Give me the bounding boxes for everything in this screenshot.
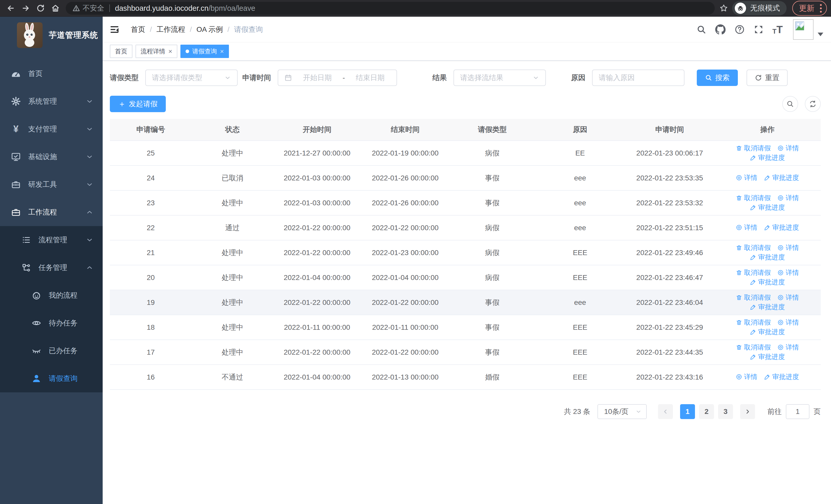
tag-home[interactable]: 首页 (110, 45, 133, 58)
refresh-button[interactable] (805, 96, 821, 112)
reason-input[interactable]: 请输入原因 (592, 69, 684, 86)
browser-menu-icon[interactable] (820, 4, 822, 12)
sidebar-item-my-process[interactable]: 我的流程 (0, 281, 103, 309)
breadcrumb-item[interactable]: 首页 (131, 25, 145, 34)
progress-link[interactable]: 审批进度 (750, 153, 785, 162)
detail-link[interactable]: 详情 (777, 243, 799, 252)
close-icon[interactable]: × (220, 48, 224, 55)
cell-operations: 详情审批进度 (714, 215, 821, 240)
leave-table: 申请编号 状态 开始时间 结束时间 请假类型 原因 申请时间 操作 25处理中2… (110, 119, 821, 390)
progress-link[interactable]: 审批进度 (764, 223, 799, 232)
prev-page-button[interactable] (658, 404, 673, 419)
progress-link[interactable]: 审批进度 (750, 278, 785, 287)
table-row: 23处理中2022-01-03 00:00:002022-01-26 00:00… (110, 190, 821, 215)
tag-leave-query[interactable]: 请假查询 × (180, 45, 229, 58)
sidebar-item-done-tasks[interactable]: 已办任务 (0, 337, 103, 365)
cell-start: 2022-01-22 00:00:00 (273, 240, 361, 265)
detail-link[interactable]: 详情 (777, 343, 799, 352)
header-search-icon[interactable] (696, 25, 706, 34)
page-button-3[interactable]: 3 (718, 404, 733, 419)
detail-link[interactable]: 详情 (736, 173, 757, 182)
navbar: 首页 / 工作流程 / OA 示例 / 请假查询 (103, 17, 831, 42)
reset-button[interactable]: 重置 (747, 69, 787, 86)
toggle-search-button[interactable] (782, 96, 798, 112)
detail-link[interactable]: 详情 (736, 223, 757, 232)
cell-start: 2022-01-22 00:00:00 (273, 290, 361, 315)
bookmark-star-icon[interactable] (719, 4, 728, 12)
progress-link[interactable]: 审批进度 (750, 352, 785, 361)
browser-update-button[interactable]: 更新 (792, 1, 827, 16)
sidebar-item-home[interactable]: 首页 (0, 60, 103, 88)
table-row: 19处理中2022-01-22 00:00:002022-01-22 00:00… (110, 290, 821, 315)
apply-time-range-picker[interactable]: 开始日期 - 结束日期 (278, 69, 397, 86)
cancel-leave-link[interactable]: 取消请假 (736, 194, 771, 203)
close-icon[interactable]: × (168, 48, 172, 55)
sidebar-collapse-icon[interactable] (109, 24, 120, 35)
sidebar-item-infrastructure[interactable]: 基础设施 (0, 143, 103, 171)
logo[interactable]: 芋道管理系统 (0, 17, 103, 53)
detail-link[interactable]: 详情 (777, 293, 799, 302)
cell-reason: eee (535, 215, 625, 240)
sidebar-item-devtools[interactable]: 研发工具 (0, 171, 103, 198)
sidebar-item-todo-tasks[interactable]: 待办任务 (0, 309, 103, 337)
view-icon (777, 294, 784, 301)
font-size-icon[interactable]: TT (773, 24, 783, 35)
sidebar-item-leave-query[interactable]: 请假查询 (0, 365, 103, 392)
cell-reason: eee (535, 166, 625, 190)
sidebar-item-system[interactable]: 系统管理 (0, 88, 103, 115)
breadcrumb-item[interactable]: OA 示例 (197, 25, 223, 34)
leave-type-select[interactable]: 请选择请假类型 (145, 69, 238, 86)
progress-link[interactable]: 审批进度 (750, 302, 785, 312)
create-leave-button[interactable]: ＋ 发起请假 (110, 96, 166, 112)
page-button-1[interactable]: 1 (680, 404, 695, 419)
browser-forward-icon[interactable] (19, 2, 32, 15)
cancel-leave-link[interactable]: 取消请假 (736, 318, 771, 327)
help-icon[interactable] (735, 24, 745, 35)
result-select[interactable]: 请选择流结果 (454, 69, 546, 86)
browser-reload-icon[interactable] (34, 2, 47, 15)
cancel-leave-link[interactable]: 取消请假 (736, 343, 771, 352)
cell-end: 2022-01-04 00:00:00 (361, 265, 450, 290)
cancel-leave-link[interactable]: 取消请假 (736, 268, 771, 277)
calendar-icon (284, 74, 292, 82)
cancel-leave-link[interactable]: 取消请假 (736, 293, 771, 302)
browser-back-icon[interactable] (4, 2, 18, 15)
user-menu[interactable] (793, 19, 823, 40)
detail-link[interactable]: 详情 (736, 373, 757, 381)
breadcrumb-item[interactable]: 工作流程 (156, 25, 185, 34)
progress-link[interactable]: 审批进度 (764, 373, 799, 381)
detail-link[interactable]: 详情 (777, 318, 799, 327)
search-button[interactable]: 搜索 (697, 69, 738, 86)
detail-link[interactable]: 详情 (777, 144, 799, 153)
progress-link[interactable]: 审批进度 (750, 327, 785, 336)
browser-home-icon[interactable] (49, 2, 62, 15)
detail-link[interactable]: 详情 (777, 194, 799, 203)
next-page-button[interactable] (740, 404, 755, 419)
sidebar-item-payment[interactable]: ¥ 支付管理 (0, 115, 103, 143)
cell-start: 2022-01-22 00:00:00 (273, 215, 361, 240)
security-warning-icon[interactable]: 不安全 (73, 3, 104, 13)
progress-link[interactable]: 审批进度 (750, 253, 785, 262)
address-bar[interactable]: 不安全 dashboard.yudao.iocoder.cn/bpm/oa/le… (66, 2, 715, 14)
sidebar-item-workflow[interactable]: 工作流程 (0, 198, 103, 226)
cancel-leave-link[interactable]: 取消请假 (736, 243, 771, 252)
cancel-leave-link[interactable]: 取消请假 (736, 144, 771, 153)
fullscreen-icon[interactable] (753, 24, 764, 35)
toolbar-right (782, 96, 821, 112)
cell-type: 病假 (450, 141, 535, 166)
progress-link[interactable]: 审批进度 (750, 203, 785, 212)
page-button-2[interactable]: 2 (699, 404, 714, 419)
sidebar-item-process-mgmt[interactable]: 流程管理 (0, 226, 103, 254)
tag-process-detail[interactable]: 流程详情 × (136, 45, 177, 58)
github-icon[interactable] (715, 24, 726, 35)
page-size-select[interactable]: 10条/页 (598, 404, 647, 419)
chevron-down-icon (86, 181, 93, 188)
sidebar-item-task-mgmt[interactable]: 任务管理 (0, 254, 103, 281)
delete-icon (736, 145, 742, 151)
table-row: 20处理中2022-01-04 00:00:002022-01-04 00:00… (110, 265, 821, 290)
progress-link[interactable]: 审批进度 (764, 173, 799, 182)
cell-apply: 2022-01-22 23:45:29 (625, 315, 714, 340)
goto-page-input[interactable] (786, 404, 809, 419)
cell-status: 不通过 (192, 365, 274, 390)
detail-link[interactable]: 详情 (777, 268, 799, 277)
